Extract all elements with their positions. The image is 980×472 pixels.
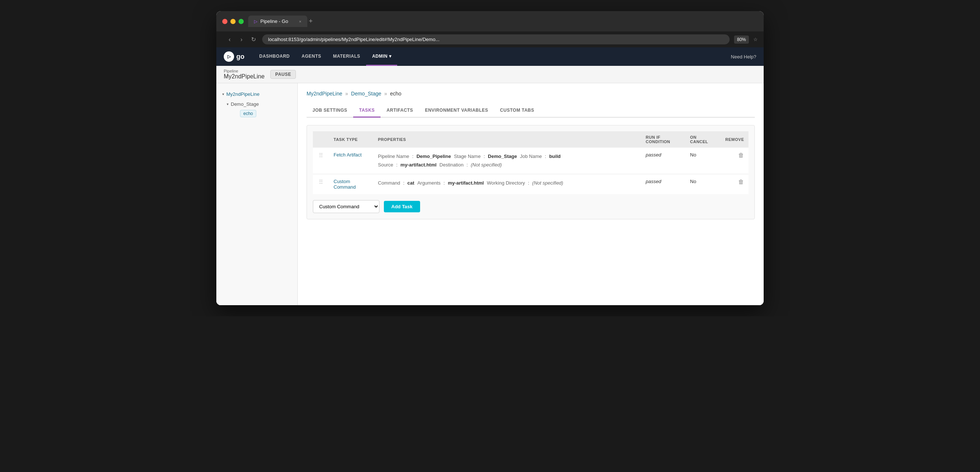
- custom-command-delete-icon[interactable]: 🗑: [738, 179, 744, 185]
- prop-stage-value: Demo_Stage: [488, 152, 517, 161]
- prop-dest-label: Destination: [439, 161, 463, 169]
- fetch-artifact-remove-cell: 🗑: [719, 148, 748, 174]
- custom-command-runif-cell: passed: [641, 174, 686, 194]
- logo-text: go: [236, 53, 245, 61]
- breadcrumb-stage-link[interactable]: Demo_Stage: [351, 91, 381, 97]
- sidebar-job-badge[interactable]: echo: [240, 110, 256, 117]
- minimize-button[interactable]: [231, 19, 235, 24]
- browser-nav: ‹ › ↻: [225, 35, 258, 44]
- prop-cmd-sep: :: [403, 179, 404, 187]
- table-row: ⠿ Fetch Artifact Pipeline Name : De: [313, 148, 748, 174]
- tasks-table: TASK TYPE PROPERTIES RUN IF CONDITION ON…: [313, 131, 748, 194]
- drag-handle-cell-2: ⠿: [313, 174, 329, 194]
- tab-environment-variables[interactable]: ENVIRONMENT VARIABLES: [419, 104, 494, 118]
- fetch-artifact-props-row2: Source : my-artifact.html Destination : …: [378, 161, 637, 169]
- pipeline-breadcrumb: Pipeline My2ndPipeLine: [224, 69, 264, 80]
- sidebar-item-stage[interactable]: ▾ Demo_Stage: [216, 99, 298, 109]
- prop-workdir-sep: :: [528, 179, 529, 187]
- close-tab-icon[interactable]: ×: [299, 19, 301, 24]
- sidebar-job-container: echo: [216, 109, 298, 118]
- reload-button[interactable]: ↻: [249, 35, 258, 44]
- fetch-artifact-props-cell: Pipeline Name : Demo_Pipeline Stage Name…: [374, 148, 641, 174]
- prop-args-value: my-artifact.html: [448, 179, 484, 187]
- content-area: My2ndPipeLine » Demo_Stage » echo JOB SE…: [298, 83, 764, 305]
- tasks-panel: TASK TYPE PROPERTIES RUN IF CONDITION ON…: [307, 125, 755, 219]
- bookmarks-icon[interactable]: ☆: [753, 37, 758, 42]
- pipeline-bar: Pipeline My2ndPipeLine PAUSE: [216, 66, 764, 83]
- custom-command-props-row1: Command : cat Arguments : my-artifact.ht…: [378, 179, 637, 187]
- nav-dashboard[interactable]: DASHBOARD: [253, 47, 296, 66]
- tab-custom-tabs[interactable]: CUSTOM TABS: [494, 104, 540, 118]
- col-header-runif: RUN IF CONDITION: [641, 131, 686, 148]
- maximize-button[interactable]: [239, 19, 244, 24]
- browser-window: ▷ Pipeline - Go × + ‹ › ↻ 80% ☆ ▷ go: [216, 11, 764, 305]
- breadcrumb-pipeline-link[interactable]: My2ndPipeLine: [307, 91, 342, 97]
- nav-help[interactable]: Need Help?: [731, 54, 756, 59]
- back-button[interactable]: ‹: [225, 35, 234, 44]
- prop-source-sep: :: [396, 161, 398, 169]
- tab-favicon: ▷: [254, 19, 258, 24]
- col-header-cancel: ON CANCEL: [686, 131, 719, 148]
- browser-tabs: ▷ Pipeline - Go × +: [248, 16, 758, 27]
- close-button[interactable]: [222, 19, 228, 24]
- nav-agents[interactable]: AGENTS: [296, 47, 327, 66]
- tab-job-settings[interactable]: JOB SETTINGS: [307, 104, 353, 118]
- prop-pipeline-value: Demo_Pipeline: [417, 152, 451, 161]
- prop-source-label: Source: [378, 161, 393, 169]
- drag-handle-icon-2[interactable]: ⠿: [317, 179, 325, 185]
- prop-cmd-label: Command: [378, 179, 400, 187]
- drag-handle-icon[interactable]: ⠿: [317, 152, 325, 159]
- col-header-props: PROPERTIES: [374, 131, 641, 148]
- tab-artifacts[interactable]: ARTIFACTS: [380, 104, 419, 118]
- tab-title: Pipeline - Go: [260, 19, 288, 24]
- nav-materials[interactable]: MATERIALS: [327, 47, 366, 66]
- fetch-artifact-runif-cell: passed: [641, 148, 686, 174]
- prop-source-value: my-artifact.html: [401, 161, 437, 169]
- browser-titlebar: ▷ Pipeline - Go × +: [216, 11, 764, 32]
- drag-handle-cell: ⠿: [313, 148, 329, 174]
- browser-actions: ☆: [753, 37, 758, 42]
- gocd-nav-links: DASHBOARD AGENTS MATERIALS ADMIN ▾: [253, 47, 397, 66]
- breadcrumb-current: echo: [390, 91, 401, 97]
- pipeline-label: Pipeline: [224, 69, 264, 73]
- gocd-app: ▷ go DASHBOARD AGENTS MATERIALS ADMIN ▾ …: [216, 47, 764, 305]
- address-bar[interactable]: [262, 34, 730, 45]
- breadcrumb: My2ndPipeLine » Demo_Stage » echo: [307, 91, 755, 97]
- browser-addressbar: ‹ › ↻ 80% ☆: [216, 32, 764, 47]
- sidebar-pipeline-label: My2ndPipeLine: [226, 91, 259, 97]
- custom-command-remove-cell: 🗑: [719, 174, 748, 194]
- nav-admin[interactable]: ADMIN ▾: [366, 47, 397, 66]
- pipeline-name: My2ndPipeLine: [224, 73, 264, 80]
- pause-button[interactable]: PAUSE: [270, 70, 296, 79]
- sidebar-stage-label: Demo_Stage: [231, 101, 259, 107]
- prop-workdir-label: Working Directory: [487, 179, 525, 187]
- task-type-select[interactable]: Custom Command Ant NAnt Rake Fetch Artif…: [313, 200, 379, 213]
- stage-arrow-icon: ▾: [227, 102, 229, 106]
- pipeline-arrow-icon: ▾: [222, 92, 224, 96]
- new-tab-button[interactable]: +: [309, 18, 313, 25]
- tab-tasks[interactable]: TASKS: [353, 104, 380, 118]
- fetch-artifact-props-row1: Pipeline Name : Demo_Pipeline Stage Name…: [378, 152, 637, 161]
- prop-pipeline-label: Pipeline Name: [378, 152, 409, 161]
- fetch-artifact-link[interactable]: Fetch Artifact: [334, 152, 362, 158]
- custom-command-cancel-cell: No: [686, 174, 719, 194]
- table-row: ⠿ Custom Command Command : cat: [313, 174, 748, 194]
- forward-button[interactable]: ›: [237, 35, 246, 44]
- active-tab[interactable]: ▷ Pipeline - Go ×: [248, 16, 307, 27]
- prop-job-sep: :: [545, 152, 546, 161]
- prop-cmd-value: cat: [407, 179, 415, 187]
- custom-command-link[interactable]: Custom Command: [334, 179, 356, 190]
- add-task-button[interactable]: Add Task: [384, 201, 420, 212]
- col-header-remove: REMOVE: [719, 131, 748, 148]
- prop-args-sep: :: [444, 179, 445, 187]
- main-layout: ▾ My2ndPipeLine ▾ Demo_Stage echo My2ndP…: [216, 83, 764, 305]
- breadcrumb-sep1: »: [345, 91, 348, 97]
- sidebar-item-pipeline[interactable]: ▾ My2ndPipeLine: [216, 89, 298, 99]
- tasks-table-body: ⠿ Fetch Artifact Pipeline Name : De: [313, 148, 748, 194]
- fetch-artifact-delete-icon[interactable]: 🗑: [738, 152, 744, 158]
- tabs-bar: JOB SETTINGS TASKS ARTIFACTS ENVIRONMENT…: [307, 104, 755, 118]
- prop-stage-label: Stage Name: [454, 152, 480, 161]
- gocd-navbar: ▷ go DASHBOARD AGENTS MATERIALS ADMIN ▾ …: [216, 47, 764, 66]
- custom-command-type-cell: Custom Command: [329, 174, 374, 194]
- go-logo-icon: ▷: [224, 51, 234, 62]
